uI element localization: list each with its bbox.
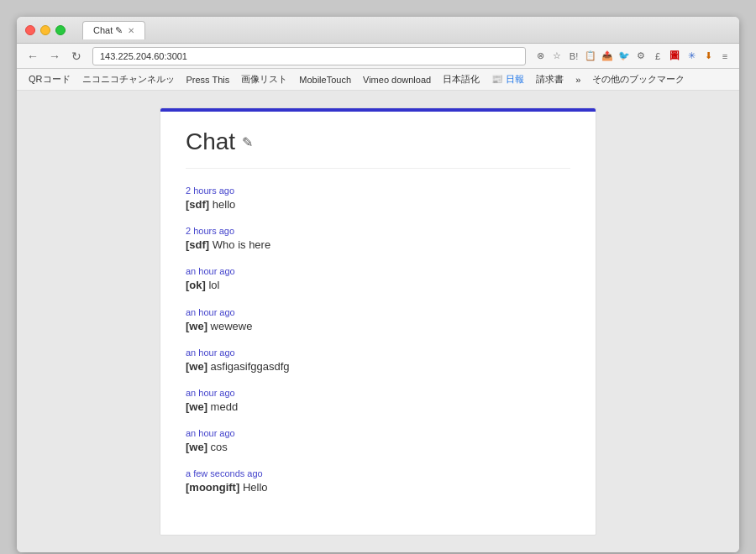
ext1-icon[interactable]: 圖 — [667, 49, 682, 64]
bookmark-others[interactable]: その他のブックマーク — [587, 71, 690, 87]
page-content: Chat ✎ 2 hours ago[sdf] hello2 hours ago… — [17, 91, 739, 552]
reload-button[interactable]: ↻ — [67, 47, 86, 65]
ext2-icon[interactable]: ✳ — [684, 49, 699, 64]
bookmark-invoice[interactable]: 請求書 — [531, 71, 569, 87]
chat-messages: 2 hours ago[sdf] hello2 hours ago[sdf] W… — [186, 186, 570, 510]
message-username: [sdf] — [186, 238, 209, 251]
message-username: [we] — [186, 320, 207, 332]
message-time: an hour ago — [186, 428, 570, 438]
message-time: an hour ago — [186, 388, 570, 398]
page-body: Chat ✎ 2 hours ago[sdf] hello2 hours ago… — [160, 112, 596, 535]
bookmark-imagelist[interactable]: 画像リスト — [236, 71, 292, 87]
browser-tab[interactable]: Chat ✎ ✕ — [82, 21, 145, 39]
message-text: [we] asfigasifggasdfg — [186, 359, 570, 374]
message-group: an hour ago[we] asfigasifggasdfg — [186, 348, 570, 374]
message-group: 2 hours ago[sdf] Who is here — [186, 226, 570, 253]
message-text: [we] medd — [186, 400, 570, 415]
bookmark-star-icon[interactable]: ☆ — [549, 49, 564, 64]
download-icon[interactable]: ⬇ — [701, 49, 716, 64]
message-username: [ok] — [186, 279, 206, 291]
forward-button[interactable]: → — [45, 47, 64, 65]
message-time: an hour ago — [186, 348, 570, 358]
browser-window: Chat ✎ ✕ ← → ↻ 143.225.204.60:3001 ⊗ ☆ B… — [17, 17, 739, 552]
currency-icon[interactable]: £ — [650, 49, 665, 64]
back-button[interactable]: ← — [24, 47, 42, 65]
message-text: [sdf] Who is here — [186, 238, 570, 253]
message-username: [we] — [186, 400, 207, 413]
menu-icon[interactable]: ≡ — [717, 49, 732, 64]
bookmark-qr[interactable]: QRコード — [24, 71, 76, 87]
message-time: a few seconds ago — [186, 468, 570, 478]
chat-title: Chat ✎ — [186, 128, 570, 169]
message-text: [we] cos — [186, 440, 570, 455]
share-icon[interactable]: 📤 — [600, 49, 615, 64]
message-time: 2 hours ago — [186, 226, 570, 236]
nav-icons: ⊗ ☆ B! 📋 📤 🐦 ⚙ £ 圖 ✳ ⬇ ≡ — [533, 49, 732, 64]
message-group: an hour ago[ok] lol — [186, 266, 570, 293]
message-username: [we] — [186, 360, 207, 373]
message-username: [moongift] — [186, 481, 239, 494]
tab-title: Chat ✎ — [93, 25, 123, 36]
maximize-button[interactable] — [55, 25, 66, 35]
address-text: 143.225.204.60:3001 — [100, 51, 187, 61]
twitter-icon[interactable]: 🐦 — [617, 49, 632, 64]
message-time: 2 hours ago — [186, 186, 570, 196]
hatena-icon[interactable]: B! — [566, 49, 581, 64]
message-username: [sdf] — [186, 198, 209, 211]
page-inner: Chat ✎ 2 hours ago[sdf] hello2 hours ago… — [160, 107, 596, 536]
bookmark-niconico[interactable]: ニコニコチャンネルッ — [77, 71, 180, 87]
tab-close-button[interactable]: ✕ — [128, 26, 134, 35]
message-text: [ok] lol — [186, 278, 570, 293]
message-group: an hour ago[we] cos — [186, 428, 570, 455]
bookmark-pressthis[interactable]: Press This — [181, 73, 235, 86]
address-bar[interactable]: 143.225.204.60:3001 — [92, 47, 526, 65]
settings-icon[interactable]: ⚙ — [633, 49, 648, 64]
close-button[interactable] — [25, 25, 35, 35]
minimize-button[interactable] — [40, 25, 50, 35]
message-text: [sdf] hello — [186, 197, 570, 212]
message-text: [we] wewewe — [186, 319, 570, 334]
bookmark-more[interactable]: » — [570, 73, 585, 86]
message-group: 2 hours ago[sdf] hello — [186, 186, 570, 212]
tab-bar: Chat ✎ ✕ — [82, 21, 722, 39]
message-username: [we] — [186, 441, 207, 453]
copy-icon[interactable]: 📋 — [583, 49, 598, 64]
nav-bar: ← → ↻ 143.225.204.60:3001 ⊗ ☆ B! 📋 📤 🐦 ⚙… — [17, 44, 739, 69]
traffic-lights — [25, 25, 66, 35]
title-bar: Chat ✎ ✕ — [17, 17, 739, 44]
bookmarks-bar: QRコード ニコニコチャンネルッ Press This 画像リスト Mobile… — [17, 69, 739, 91]
bookmark-japanese[interactable]: 日本語化 — [438, 71, 485, 87]
message-group: an hour ago[we] medd — [186, 388, 570, 415]
bookmark-mobiletouch[interactable]: MobileTouch — [294, 73, 356, 86]
edit-icon[interactable]: ✎ — [242, 134, 253, 150]
bookmark-daily[interactable]: 📰 日報 — [486, 71, 529, 87]
message-group: an hour ago[we] wewewe — [186, 307, 570, 334]
stop-icon[interactable]: ⊗ — [533, 49, 548, 64]
message-time: an hour ago — [186, 307, 570, 317]
chat-title-text: Chat — [186, 128, 235, 155]
message-text: [moongift] Hello — [186, 480, 570, 495]
message-group: a few seconds ago[moongift] Hello — [186, 468, 570, 495]
bookmark-vimeo[interactable]: Vimeo download — [358, 73, 436, 86]
message-time: an hour ago — [186, 266, 570, 276]
